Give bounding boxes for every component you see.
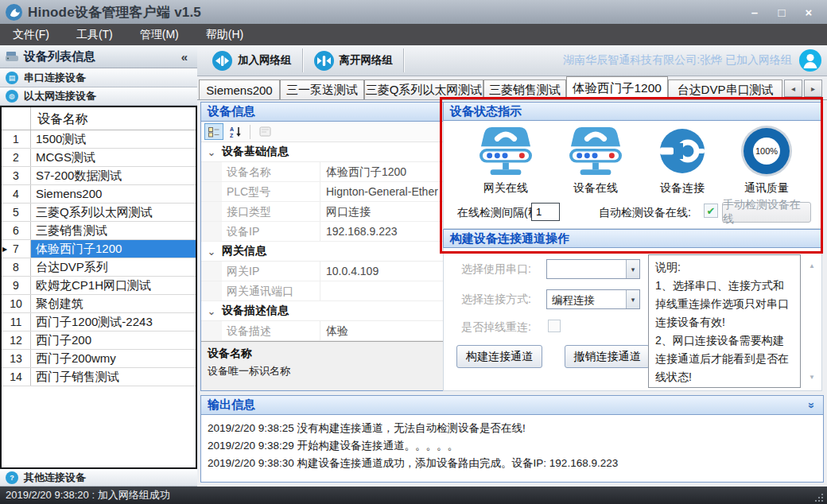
chevron-down-icon[interactable]: ▾ (626, 260, 639, 278)
instructions-box: 说明: 1、选择串口、连接方式和掉线重连操作选项只对串口连接设备有效! 2、网口… (648, 254, 801, 388)
property-row[interactable]: 网关通讯端口 (201, 281, 448, 301)
resize-grip[interactable] (815, 492, 825, 502)
device-name-column-header: 设备名称 (31, 107, 196, 130)
tab-scroll-right-icon[interactable]: ▸ (804, 79, 822, 97)
auto-detect-checkbox[interactable]: ✔ (704, 204, 718, 218)
collapse-output-icon[interactable]: » (806, 402, 818, 409)
table-row[interactable]: 2MCGS测试 (2, 149, 196, 167)
category-gateway-info[interactable]: ⌄网关信息 (201, 242, 448, 262)
tab-mitsubishi-sales-test[interactable]: 三菱销售测试 (483, 79, 566, 99)
ethernet-device-icon: ◍ (6, 90, 18, 103)
selected-row-marker-icon: ▶ (2, 246, 7, 253)
device-list-panel-header: 设备列表信息 « (0, 45, 197, 68)
device-connect-icon (641, 126, 724, 176)
table-row[interactable]: 6三菱销售测试 (2, 222, 196, 240)
app-logo-icon (6, 4, 22, 21)
serial-select-label: 选择使用串口: (461, 262, 531, 277)
collapse-sidebar-icon[interactable]: « (181, 50, 192, 64)
expander-icon[interactable]: ⌄ (201, 305, 222, 317)
join-network-button[interactable]: 加入网络组 (204, 48, 300, 73)
scroll-up-icon[interactable]: ▲ (809, 262, 815, 269)
maximize-button[interactable]: □ (768, 6, 795, 19)
revoke-channel-button[interactable]: 撤销连接通道 (565, 345, 650, 368)
join-network-icon (212, 50, 233, 72)
table-row-selected[interactable]: ▶7 体验西门子1200 (2, 240, 196, 258)
property-row[interactable]: 设备名称体验西门子1200 (201, 162, 448, 182)
device-table: 设备名称 11500测试 2MCGS测试 3S7-200数据测试 4Siemen… (0, 106, 197, 469)
menu-help[interactable]: 帮助(H) (196, 24, 253, 45)
manual-detect-button[interactable]: 手动检测设备在线 (722, 202, 811, 223)
indicator-gateway-online: 网关在线 (464, 126, 547, 196)
status-bar-text: 2019/2/20 9:38:20 : 加入网络组成功 (6, 488, 170, 502)
property-help-box: 设备名称 设备唯一标识名称 (201, 341, 448, 390)
gateway-online-icon (464, 126, 547, 176)
expander-icon[interactable]: ⌄ (201, 246, 222, 258)
table-row[interactable]: 5三菱Q系列以太网测试 (2, 204, 196, 222)
table-row[interactable]: 9欧姆龙CP1H网口测试 (2, 277, 196, 295)
close-button[interactable]: × (795, 6, 822, 19)
output-message: 2019/2/20 9:38:30 构建设备连接通道成功，添加设备路由完成。设备… (208, 455, 823, 472)
device-tab-strip: Siemens200 三一泵送测试 三菱Q系列以太网测试 三菱销售测试 体验西门… (197, 76, 827, 100)
tab-sany-pump-test[interactable]: 三一泵送测试 (280, 79, 364, 99)
interval-input[interactable] (531, 203, 560, 221)
minimize-button[interactable]: – (741, 6, 768, 19)
menu-manage[interactable]: 管理(M) (130, 24, 188, 45)
expander-icon[interactable]: ⌄ (201, 146, 222, 158)
table-row[interactable]: 11500测试 (2, 130, 196, 149)
sidebar-group-ethernet[interactable]: ◍ 以太网连接设备 (0, 87, 197, 106)
output-messages: 2019/2/20 9:38:25 没有构建连接通道，无法自动检测设备是否在线!… (200, 415, 824, 483)
mode-select-label: 选择连接方式: (461, 293, 531, 307)
reconnect-label: 是否掉线重连: (461, 320, 531, 335)
property-row[interactable]: 网关IP10.0.4.109 (201, 262, 448, 281)
tab-siemens1200-active[interactable]: 体验西门子1200 (566, 76, 668, 99)
menu-tools[interactable]: 工具(T) (67, 24, 122, 45)
build-channel-button[interactable]: 构建连接通道 (456, 345, 542, 368)
reconnect-checkbox[interactable] (548, 320, 561, 332)
menu-bar: 文件(F) 工具(T) 管理(M) 帮助(H) (0, 24, 827, 45)
property-pages-icon (255, 123, 274, 140)
table-row[interactable]: 3S7-200数据测试 (2, 167, 196, 185)
property-grid: ⌄设备基础信息 设备名称体验西门子1200 PLC型号Hignton-Gener… (201, 142, 448, 341)
category-basic-info[interactable]: ⌄设备基础信息 (201, 142, 448, 162)
sidebar-group-serial[interactable]: ▤ 串口连接设备 (0, 68, 197, 87)
table-row[interactable]: 11西门子1200测试-2243 (2, 313, 196, 331)
avatar (798, 48, 822, 72)
mode-select-dropdown[interactable]: 编程连接 ▾ (546, 289, 640, 309)
property-row[interactable]: 设备IP192.168.9.223 (201, 222, 448, 242)
indicator-device-online: 设备在线 (554, 126, 637, 196)
tab-siemens200[interactable]: Siemens200 (199, 79, 280, 99)
table-row[interactable]: 4Siemens200 (2, 185, 196, 204)
category-description-info[interactable]: ⌄设备描述信息 (201, 301, 448, 321)
svg-text:Z: Z (230, 133, 234, 138)
status-bar: 2019/2/20 9:38:20 : 加入网络组成功 (0, 487, 827, 504)
indicator-device-connected: 设备连接 (641, 126, 724, 196)
property-row[interactable]: 设备描述体验 (201, 321, 448, 341)
app-window: Hinode设备管理客户端 v1.5 – □ × 文件(F) 工具(T) 管理(… (0, 0, 827, 504)
table-row[interactable]: 14西门子销售测试 (2, 368, 196, 386)
output-message: 2019/2/20 9:38:25 没有构建连接通道，无法自动检测设备是否在线! (208, 420, 823, 437)
svg-text:A: A (230, 126, 234, 132)
alphabetical-sort-icon[interactable]: AZ (226, 123, 245, 140)
device-status-header: 设备状态指示 (443, 102, 822, 121)
sidebar-group-other[interactable]: ? 其他连接设备 (0, 469, 197, 487)
toolbar-separator (302, 48, 303, 72)
toolbar-separator (403, 48, 404, 72)
categorized-view-icon[interactable] (204, 123, 223, 140)
table-row[interactable]: 12西门子200 (2, 331, 196, 350)
table-row[interactable]: 8台达DVP系列 (2, 258, 196, 277)
tab-delta-dvp-serial-test[interactable]: 台达DVP串口测试 (668, 79, 782, 99)
device-list-title: 设备列表信息 (24, 49, 181, 64)
property-row[interactable]: PLC型号Hignton-General-Ether (201, 182, 448, 202)
tab-scroll-left-icon[interactable]: ◂ (784, 79, 802, 97)
table-row[interactable]: 13西门子200wmy (2, 350, 196, 368)
chevron-down-icon[interactable]: ▾ (626, 290, 639, 308)
scroll-down-icon[interactable]: ▼ (809, 374, 815, 381)
serial-select-dropdown[interactable]: ▾ (546, 259, 640, 279)
table-row[interactable]: 10聚创建筑 (2, 295, 196, 313)
leave-network-button[interactable]: 离开网络组 (305, 48, 402, 73)
property-row[interactable]: 接口类型网口连接 (201, 202, 448, 222)
tab-mitsubishi-q-ethernet-test[interactable]: 三菱Q系列以太网测试 (364, 79, 483, 99)
menu-file[interactable]: 文件(F) (3, 24, 59, 45)
output-message: 2019/2/20 9:38:29 开始构建设备连接通道。。。。。 (208, 437, 823, 455)
title-bar: Hinode设备管理客户端 v1.5 – □ × (0, 0, 827, 24)
